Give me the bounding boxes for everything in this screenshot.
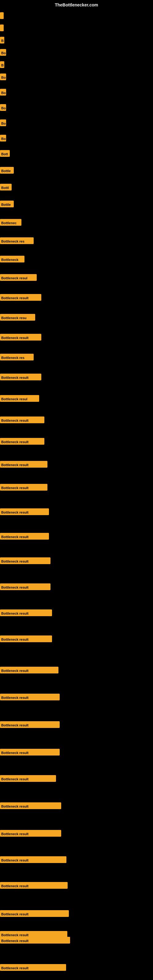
label-item-10: Bo [0,135,6,143]
label-item-20: Bottleneck resu [0,314,35,322]
label-item-41: Bottleneck result [0,830,61,838]
label-item-32: Bottleneck result [0,584,51,591]
bottleneck-label-20: Bottleneck resu [0,314,35,321]
bottleneck-label-5: B [0,61,4,68]
label-item-8: Bo [0,104,6,112]
label-item-1 [0,12,4,20]
bottleneck-label-24: Bottleneck resul [0,395,39,402]
label-item-34: Bottleneck result [0,635,52,643]
bottleneck-label-43: Bottleneck result [0,882,68,889]
label-item-46: Bottleneck result [0,964,66,972]
label-item-7: Bo [0,89,6,97]
bottleneck-label-40: Bottleneck result [0,802,61,809]
label-item-11: Bott [0,150,10,158]
bottleneck-label-10: Bo [0,135,6,142]
bottleneck-label-35: Bottleneck result [0,667,59,673]
bottleneck-label-37: Bottleneck result [0,721,60,728]
bottleneck-label-28: Bottleneck result [0,484,48,491]
label-item-22: Bottleneck res [0,354,33,362]
label-item-26: Bottleneck result [0,438,45,446]
bottleneck-label-8: Bo [0,104,6,111]
label-item-31: Bottleneck result [0,557,51,565]
bottleneck-label-36: Bottleneck result [0,694,60,700]
bottleneck-label-39: Bottleneck result [0,775,56,782]
label-item-29: Bottleneck result [0,508,49,516]
label-item-5: B [0,61,4,69]
label-item-16: Bottleneck res [0,237,33,245]
label-item-15: Bottlenec [0,219,21,227]
label-item-23: Bottleneck result [0,374,41,382]
bottleneck-label-33: Bottleneck result [0,609,52,616]
label-item-40: Bottleneck result [0,802,61,810]
bottleneck-label-14: Bottle [0,200,14,207]
bottleneck-label-32: Bottleneck result [0,584,51,590]
label-item-17: Bottleneck [0,256,24,264]
bottleneck-label-4: Bo [0,49,6,56]
bottleneck-label-47: Bottleneck result [0,931,67,938]
bottleneck-label-3: B [0,37,4,43]
label-item-12: Bottle [0,167,14,175]
bottleneck-label-46: Bottleneck result [0,964,66,971]
label-item-19: Bottleneck result [0,294,41,302]
label-item-44: Bottleneck result [0,910,69,918]
bottleneck-label-23: Bottleneck result [0,374,41,380]
site-title: TheBottlenecker.com [55,2,98,7]
bottleneck-label-27: Bottleneck result [0,461,48,468]
label-item-30: Bottleneck result [0,533,49,541]
bottleneck-label-15: Bottlenec [0,219,21,226]
bottleneck-label-21: Bottleneck result [0,334,41,340]
label-item-35: Bottleneck result [0,667,59,675]
label-item-14: Bottle [0,200,14,208]
label-item-3: B [0,37,4,45]
label-item-28: Bottleneck result [0,484,48,492]
label-item-21: Bottleneck result [0,334,41,342]
bottleneck-label-11: Bott [0,150,10,157]
label-item-9: Bo [0,119,6,127]
bottleneck-label-17: Bottleneck [0,256,24,262]
bottleneck-label-30: Bottleneck result [0,533,49,539]
bottleneck-label-38: Bottleneck result [0,749,60,756]
bottleneck-label-26: Bottleneck result [0,438,45,445]
label-item-42: Bottleneck result [0,856,66,864]
label-item-27: Bottleneck result [0,461,48,469]
label-item-36: Bottleneck result [0,694,60,702]
bottleneck-label-31: Bottleneck result [0,557,51,564]
bottleneck-label-18: Bottleneck resul [0,274,37,281]
label-item-2 [0,24,4,32]
bottleneck-label-22: Bottleneck res [0,354,33,360]
label-item-24: Bottleneck resul [0,395,39,403]
label-item-43: Bottleneck result [0,882,68,890]
bottleneck-label-41: Bottleneck result [0,830,61,837]
label-item-37: Bottleneck result [0,721,60,729]
bottleneck-label-29: Bottleneck result [0,508,49,515]
bottleneck-label-2 [0,24,4,31]
bottleneck-label-13: Bottl [0,184,12,191]
label-item-38: Bottleneck result [0,749,60,757]
label-item-47: Bottleneck result [0,931,67,939]
label-item-33: Bottleneck result [0,609,52,617]
bottleneck-label-7: Bo [0,89,6,95]
label-item-6: Bo [0,73,6,81]
bottleneck-label-34: Bottleneck result [0,635,52,642]
bottleneck-label-6: Bo [0,73,6,80]
label-item-39: Bottleneck result [0,775,56,783]
bottleneck-label-42: Bottleneck result [0,856,66,863]
bottleneck-label-1 [0,12,4,19]
label-item-13: Bottl [0,184,12,192]
bottleneck-label-12: Bottle [0,167,14,173]
bottleneck-label-9: Bo [0,119,6,126]
label-item-18: Bottleneck resul [0,274,37,282]
bottleneck-label-25: Bottleneck result [0,417,45,423]
label-item-4: Bo [0,49,6,57]
bottleneck-label-19: Bottleneck result [0,294,41,301]
label-item-25: Bottleneck result [0,417,45,425]
bottleneck-label-16: Bottleneck res [0,237,33,244]
bottleneck-label-44: Bottleneck result [0,910,69,917]
